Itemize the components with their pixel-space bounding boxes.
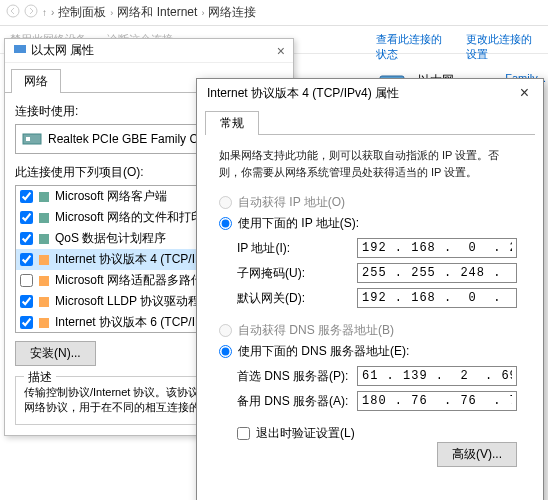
validate-checkbox-input[interactable] — [237, 427, 250, 440]
advanced-button[interactable]: 高级(V)... — [437, 442, 517, 467]
proto-checkbox[interactable] — [20, 211, 33, 224]
svg-rect-5 — [14, 45, 26, 53]
radio-auto-ip[interactable]: 自动获得 IP 地址(O) — [219, 194, 521, 211]
subnet-mask-field[interactable] — [357, 263, 517, 283]
up-icon[interactable]: ↑ — [42, 7, 47, 18]
network-icon — [13, 42, 27, 59]
back-icon[interactable] — [6, 4, 20, 21]
alternate-dns-field[interactable] — [357, 391, 517, 411]
desc-legend: 描述 — [24, 369, 56, 386]
radio-manual-ip[interactable]: 使用下面的 IP 地址(S): — [219, 215, 521, 232]
svg-rect-13 — [39, 297, 49, 307]
svg-rect-12 — [39, 276, 49, 286]
svg-rect-7 — [26, 137, 30, 141]
info-text: 如果网络支持此功能，则可以获取自动指派的 IP 设置。否则，你需要从网络系统管理… — [219, 147, 521, 180]
install-button[interactable]: 安装(N)... — [15, 341, 96, 366]
protocol-icon — [37, 274, 51, 288]
svg-rect-8 — [39, 192, 49, 202]
svg-rect-11 — [39, 255, 49, 265]
lbl-dns1: 首选 DNS 服务器(P): — [237, 368, 357, 385]
ipv4-properties-window: Internet 协议版本 4 (TCP/IPv4) 属性 × 常规 如果网络支… — [196, 78, 544, 500]
svg-point-0 — [7, 5, 19, 17]
ipv4-title-text: Internet 协议版本 4 (TCP/IPv4) 属性 — [207, 85, 399, 102]
protocol-icon — [37, 316, 51, 330]
proto-checkbox[interactable] — [20, 190, 33, 203]
client-icon — [37, 190, 51, 204]
protocol-icon — [37, 253, 51, 267]
ipv4-titlebar[interactable]: Internet 协议版本 4 (TCP/IPv4) 属性 × — [197, 79, 543, 107]
svg-point-1 — [25, 5, 37, 17]
svg-rect-14 — [39, 318, 49, 328]
radio-manual-dns-input[interactable] — [219, 345, 232, 358]
adapter-name: Realtek PCIe GBE Family Con — [48, 132, 211, 146]
svg-rect-9 — [39, 213, 49, 223]
proto-checkbox[interactable] — [20, 232, 33, 245]
radio-manual-ip-input[interactable] — [219, 217, 232, 230]
radio-manual-dns[interactable]: 使用下面的 DNS 服务器地址(E): — [219, 343, 521, 360]
lbl-dns2: 备用 DNS 服务器(A): — [237, 393, 357, 410]
radio-auto-dns-input[interactable] — [219, 324, 232, 337]
validate-on-exit-checkbox[interactable]: 退出时验证设置(L) — [237, 425, 521, 442]
radio-auto-dns[interactable]: 自动获得 DNS 服务器地址(B) — [219, 322, 521, 339]
link-change-settings[interactable]: 更改此连接的设置 — [466, 32, 540, 62]
lbl-ip: IP 地址(I): — [237, 240, 357, 257]
crumb-network-connections[interactable]: 网络连接 — [208, 4, 256, 21]
radio-auto-ip-input[interactable] — [219, 196, 232, 209]
nic-icon — [22, 131, 42, 147]
link-view-status[interactable]: 查看此连接的状态 — [376, 32, 450, 62]
service-icon — [37, 211, 51, 225]
ethernet-properties-titlebar[interactable]: 以太网 属性 × — [5, 39, 293, 63]
preferred-dns-field[interactable] — [357, 366, 517, 386]
lbl-mask: 子网掩码(U): — [237, 265, 357, 282]
close-icon[interactable]: × — [277, 43, 285, 59]
tab-network[interactable]: 网络 — [11, 69, 61, 93]
proto-checkbox[interactable] — [20, 316, 33, 329]
eth-title-text: 以太网 属性 — [31, 42, 94, 59]
crumb-network-internet[interactable]: 网络和 Internet — [117, 4, 197, 21]
address-breadcrumb[interactable]: ↑ › 控制面板 › 网络和 Internet › 网络连接 — [0, 0, 548, 26]
lbl-gateway: 默认网关(D): — [237, 290, 357, 307]
svg-rect-10 — [39, 234, 49, 244]
crumb-control-panel[interactable]: 控制面板 — [58, 4, 106, 21]
protocol-icon — [37, 295, 51, 309]
gateway-field[interactable] — [357, 288, 517, 308]
forward-icon[interactable] — [24, 4, 38, 21]
proto-checkbox[interactable] — [20, 295, 33, 308]
close-icon[interactable]: × — [516, 84, 533, 102]
service-icon — [37, 232, 51, 246]
proto-checkbox[interactable] — [20, 253, 33, 266]
ip-address-field[interactable] — [357, 238, 517, 258]
tab-general[interactable]: 常规 — [205, 111, 259, 135]
proto-checkbox[interactable] — [20, 274, 33, 287]
svg-rect-6 — [23, 134, 41, 144]
